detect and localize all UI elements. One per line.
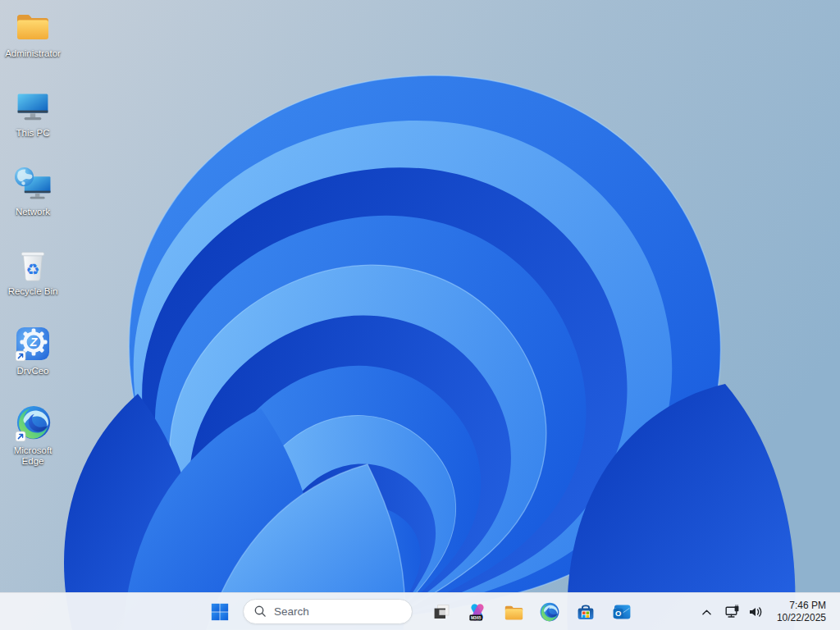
volume-icon [747, 604, 764, 620]
computer-icon [13, 86, 52, 126]
start-button[interactable] [203, 596, 236, 628]
search-icon [254, 605, 267, 618]
folder-icon [13, 7, 52, 46]
desktop-icon-label: Network [16, 207, 50, 217]
tray-clock[interactable]: 7:46 PM 10/22/2025 [769, 593, 840, 630]
taskbar: Search M365 [0, 592, 840, 630]
taskbar-app-m365-copilot[interactable]: M365 [461, 596, 494, 628]
taskbar-app-microsoft-store[interactable] [569, 596, 602, 628]
svg-text:♻: ♻ [25, 260, 39, 278]
recycle-bin-icon: ♻ [13, 244, 52, 284]
search-input[interactable]: Search [243, 599, 413, 624]
desktop-icon-network[interactable]: Network [1, 165, 65, 217]
search-placeholder: Search [274, 605, 309, 618]
desktop-icon-label: Recycle Bin [8, 286, 58, 297]
chevron-up-icon [701, 608, 712, 617]
tray-system-icons[interactable] [719, 598, 769, 626]
network-icon [13, 165, 52, 204]
edge-logo-icon [13, 404, 52, 443]
windows-logo-icon [210, 602, 230, 622]
drvceo-gear-icon: Z [13, 324, 52, 363]
svg-text:Z: Z [30, 336, 38, 349]
taskbar-apps: M365 [425, 596, 638, 628]
tray-time: 7:46 PM [789, 600, 826, 612]
taskbar-app-edge[interactable] [533, 596, 566, 628]
outlook-icon: O [611, 601, 632, 623]
wallpaper-bloom [0, 0, 840, 630]
desktop-icon-label: Microsoft Edge [2, 445, 64, 467]
desktop-icon-recycle-bin[interactable]: ♻ Recycle Bin [1, 244, 65, 297]
desktops-icon [431, 601, 452, 623]
taskbar-app-desktops[interactable] [425, 596, 458, 628]
desktop: Administrator This PC Network [0, 0, 840, 630]
file-explorer-icon [503, 601, 525, 623]
svg-text:O: O [615, 609, 621, 618]
desktop-icon-label: DrvCeo [17, 366, 49, 377]
m365-copilot-icon: M365 [467, 601, 488, 623]
desktop-icon-label: Administrator [5, 48, 61, 59]
desktop-icon-microsoft-edge[interactable]: Microsoft Edge [1, 404, 65, 467]
taskbar-app-outlook[interactable]: O [605, 596, 638, 628]
desktop-icon-administrator[interactable]: Administrator [1, 7, 65, 59]
desktop-icon-label: This PC [16, 128, 50, 139]
taskbar-app-file-explorer[interactable] [497, 596, 530, 628]
desktop-icon-this-pc[interactable]: This PC [1, 86, 65, 139]
tray-date: 10/22/2025 [777, 612, 826, 624]
svg-text:M365: M365 [471, 615, 482, 620]
tray-show-hidden-icons-button[interactable] [694, 600, 719, 624]
microsoft-store-icon [575, 601, 596, 623]
edge-logo-icon [539, 601, 560, 623]
ethernet-network-icon [724, 604, 741, 620]
desktop-icon-drvceo[interactable]: Z DrvCeo [1, 324, 65, 377]
